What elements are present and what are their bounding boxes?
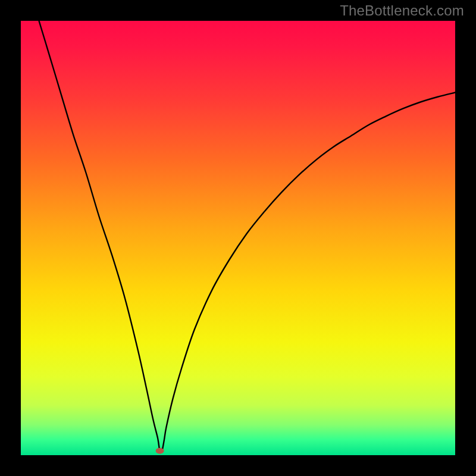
chart-container: TheBottleneck.com	[0, 0, 476, 476]
optimal-point-marker	[156, 448, 164, 454]
gradient-background	[21, 21, 455, 455]
watermark-text: TheBottleneck.com	[340, 2, 464, 19]
chart-svg	[21, 21, 455, 455]
plot-area	[21, 21, 455, 455]
